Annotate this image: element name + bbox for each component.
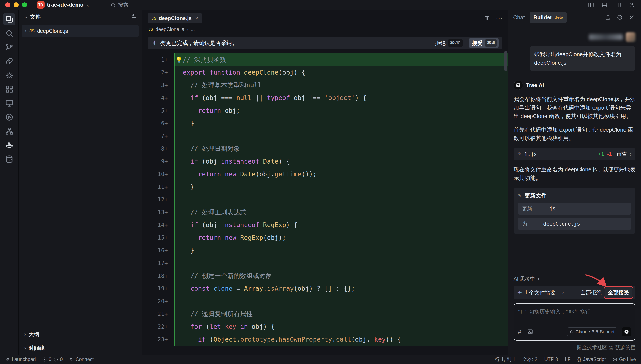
export-icon (605, 14, 611, 20)
code-editor[interactable]: 1+💡// 深拷贝函数2+export function deepClone(o… (142, 49, 508, 355)
activity-ai-search-button[interactable] (3, 27, 16, 40)
activity-org-nodes-button[interactable] (3, 125, 16, 137)
split-editor-button[interactable] (483, 14, 491, 22)
file-item-deepclone[interactable]: • JS deepClone.js (22, 25, 139, 37)
code-line[interactable]: 9+ if (obj instanceof Date) { (142, 155, 508, 168)
reject-changes-button[interactable]: 拒绝 ⌘⌫ (435, 40, 463, 46)
code-line[interactable]: 6+ } (142, 117, 508, 130)
code-line[interactable]: 11+ } (142, 180, 508, 193)
cursor-position[interactable]: 行 1, 列 1 (495, 356, 515, 363)
account-button[interactable] (627, 1, 636, 9)
code-line-content: // 处理基本类型和null (174, 79, 508, 92)
code-line[interactable]: 12+ (142, 193, 508, 206)
history-button[interactable] (615, 13, 624, 22)
line-number: 23+ (142, 333, 174, 346)
lightbulb-icon[interactable]: 💡 (176, 54, 182, 66)
tab-deepclone[interactable]: JS deepClone.js × (148, 13, 202, 23)
accept-shortcut: ⌘⏎ (485, 40, 497, 46)
minimize-window-button[interactable] (14, 2, 19, 8)
error-icon (42, 357, 47, 362)
code-line[interactable]: 5+ return obj; (142, 104, 508, 117)
changed-file-card[interactable]: ✎ 1.js +1 -1 审查 › (514, 148, 635, 160)
code-line-content (174, 130, 508, 142)
breadcrumb[interactable]: JS deepClone.js › ... (142, 24, 508, 35)
export-chat-button[interactable] (604, 13, 612, 22)
code-line[interactable]: 17+ (142, 257, 508, 270)
code-line[interactable]: 7+ (142, 130, 508, 142)
code-line-content: 💡// 深拷贝函数 (174, 54, 508, 66)
code-line[interactable]: 3+ // 处理基本类型和null (142, 79, 508, 92)
close-tab-icon[interactable]: × (195, 15, 198, 22)
close-window-button[interactable] (5, 2, 10, 8)
timeline-label: 时间线 (29, 344, 45, 352)
chevron-right-icon: › (24, 345, 26, 351)
code-line[interactable]: 13+ // 处理正则表达式 (142, 206, 508, 219)
language-mode[interactable]: {} JavaScript (577, 356, 605, 362)
editor-scrollbar[interactable] (504, 51, 507, 71)
global-search[interactable]: 搜索 (111, 1, 129, 8)
launchpad-button[interactable]: Launchpad (5, 356, 36, 362)
code-line[interactable]: 16+ } (142, 244, 508, 257)
code-line[interactable]: 19+ const clone = Array.isArray(obj) ? [… (142, 282, 508, 295)
activity-extensions-button[interactable] (3, 83, 16, 95)
encoding-setting[interactable]: UTF-8 (544, 356, 558, 362)
activity-mcp-link-button[interactable] (3, 55, 16, 68)
model-selector[interactable]: Claude-3.5-Sonnet (567, 327, 617, 336)
panel-left-icon (588, 2, 594, 8)
code-line[interactable]: 23+ if (Object.prototype.hasOwnProperty.… (142, 333, 508, 346)
tab-builder[interactable]: Builder Beta (529, 12, 567, 23)
attach-image-button[interactable] (526, 328, 534, 336)
go-live-button[interactable]: Go Live (612, 356, 636, 362)
chat-input[interactable] (518, 308, 631, 322)
review-button[interactable]: 审查 (617, 151, 627, 158)
more-actions-button[interactable]: ⋯ (496, 14, 502, 22)
trae-mark-icon (516, 83, 521, 88)
toggle-right-panel-button[interactable] (614, 1, 622, 9)
project-switcher[interactable]: TD trae-ide-demo ⌄ (37, 1, 90, 9)
toggle-left-panel-button[interactable] (587, 1, 595, 9)
activity-debug-button[interactable] (3, 69, 16, 81)
activity-source-control-button[interactable] (3, 41, 16, 54)
chat-composer[interactable]: # Claude-3.5-Sonnet (514, 304, 635, 341)
connect-button[interactable]: Connect (69, 356, 94, 362)
code-line[interactable]: 15+ return new RegExp(obj); (142, 231, 508, 244)
pencil-icon: ✎ (518, 193, 522, 199)
editor-area: JS deepClone.js × ⋯ JS deepClone.js › ..… (142, 10, 508, 355)
toggle-bottom-panel-button[interactable] (600, 1, 609, 9)
code-line[interactable]: 10+ return new Date(obj.getTime()); (142, 168, 508, 180)
reject-all-button[interactable]: 全部拒绝 (579, 287, 603, 298)
code-line[interactable]: 2+export function deepClone(obj) { (142, 66, 508, 79)
code-line[interactable]: 4+ if (obj === null || typeof obj !== 'o… (142, 92, 508, 104)
activity-database-button[interactable] (3, 153, 16, 165)
outline-section[interactable]: › 大纲 (19, 328, 142, 341)
activity-run-button[interactable] (3, 111, 16, 123)
play-circle-icon (5, 113, 13, 121)
code-line[interactable]: 1+💡// 深拷贝函数 (142, 54, 508, 66)
eol-setting[interactable]: LF (565, 356, 571, 362)
accept-all-button[interactable]: 全部接受 (605, 287, 632, 298)
code-line[interactable]: 22+ for (let key in obj) { (142, 320, 508, 333)
accept-changes-button[interactable]: 接受 ⌘⏎ (469, 38, 498, 48)
code-line-content: // 创建一个新的数组或对象 (174, 270, 508, 282)
activity-preview-button[interactable] (3, 97, 16, 109)
indent-setting[interactable]: 空格: 2 (522, 356, 537, 363)
code-line[interactable]: 21+ // 递归复制所有属性 (142, 308, 508, 320)
code-line[interactable]: 18+ // 创建一个新的数组或对象 (142, 270, 508, 282)
stop-generating-button[interactable] (622, 327, 631, 336)
context-hash-button[interactable]: # (518, 328, 521, 336)
activity-docker-button[interactable] (3, 139, 16, 151)
code-line[interactable]: 8+ // 处理日期对象 (142, 142, 508, 155)
code-line[interactable]: 20+ (142, 295, 508, 308)
code-line[interactable]: 14+ if (obj instanceof RegExp) { (142, 219, 508, 231)
timeline-section[interactable]: › 时间线 (19, 341, 142, 355)
close-panel-button[interactable] (627, 13, 636, 22)
activity-explorer-button[interactable] (3, 13, 16, 26)
ai-thinking-status: AI 思考中 • (514, 276, 635, 282)
problems-indicator[interactable]: 0 0 (42, 356, 63, 362)
explorer-header[interactable]: ⌄ 文件 (19, 10, 142, 24)
maximize-window-button[interactable] (22, 2, 27, 8)
history-clock-icon (617, 14, 622, 20)
line-number: 15+ (142, 231, 174, 244)
tab-chat[interactable]: Chat (513, 14, 525, 21)
explorer-filter-button[interactable] (131, 14, 137, 20)
